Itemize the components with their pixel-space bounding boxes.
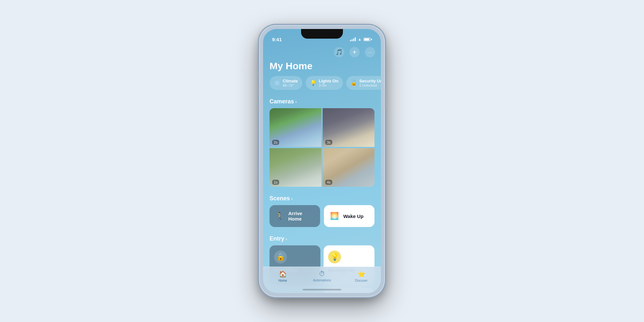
climate-label: Climate [283, 79, 298, 83]
status-icons: ▲ [350, 37, 372, 42]
status-time: 9:41 [272, 37, 282, 42]
camera-cell-3[interactable]: 1s [270, 148, 321, 187]
home-tab-icon: 🏠 [279, 270, 287, 278]
phone-frame: 9:41 ▲ [259, 25, 385, 297]
camera-cell-1[interactable]: 2s [270, 108, 321, 147]
tab-automations[interactable]: ⏱ Automations [302, 270, 342, 282]
cameras-chevron-icon: › [295, 99, 297, 104]
volume-down-button[interactable] [258, 99, 259, 111]
volume-up-button[interactable] [258, 83, 259, 95]
wake-up-icon: 🌅 [328, 210, 340, 222]
discover-tab-icon: ⭐ [357, 270, 365, 278]
camera-cell-4[interactable]: 4s [323, 148, 374, 187]
tab-discover[interactable]: ⭐ Discover [342, 270, 381, 282]
front-door-icon: 🔒 [274, 251, 287, 263]
sconces-icon: 💡 [328, 251, 341, 263]
scenes-section-header[interactable]: Scenes › [263, 193, 381, 205]
climate-sub: 68–72° [283, 83, 298, 87]
voice-button[interactable]: 🎵 [334, 47, 344, 57]
battery-icon [364, 38, 372, 41]
climate-pill[interactable]: ❄️ Climate 68–72° [270, 76, 302, 90]
signal-bar-4 [355, 37, 356, 41]
arrive-home-card[interactable]: 🚶 Arrive Home [270, 205, 320, 227]
power-button[interactable] [385, 90, 386, 109]
signal-bar-1 [350, 40, 351, 41]
lights-icon: 💡 [310, 80, 317, 86]
cameras-section-header[interactable]: Cameras › [263, 96, 381, 108]
signal-bars-icon [350, 37, 356, 41]
lights-pill[interactable]: 💡 Lights On 3 On [306, 76, 343, 90]
wake-up-label: Wake Up [343, 213, 364, 219]
automations-tab-label: Automations [313, 279, 331, 282]
security-label: Security Unlocked [359, 79, 381, 83]
camera-grid: 2s 3s 1s 4s [270, 108, 374, 187]
camera-time-3: 1s [272, 180, 279, 185]
tab-home[interactable]: 🏠 Home [263, 270, 302, 282]
signal-bar-2 [352, 39, 353, 41]
battery-fill [364, 38, 369, 41]
category-pills: ❄️ Climate 68–72° 💡 Lights On 3 On 🔓 [263, 76, 381, 96]
scenes-label: Scenes [270, 195, 290, 202]
lights-sub: 3 On [319, 83, 338, 87]
security-icon: 🔓 [351, 80, 357, 86]
ellipsis-icon: ··· [368, 50, 373, 55]
scenes-chevron-icon: › [291, 196, 293, 201]
arrive-home-label: Arrive Home [288, 211, 316, 222]
automations-tab-icon: ⏱ [319, 270, 325, 278]
discover-tab-label: Discover [355, 279, 368, 282]
camera-time-4: 4s [325, 180, 332, 185]
security-pill[interactable]: 🔓 Security Unlocked 1 Unlocked [346, 76, 381, 90]
notch [301, 29, 343, 39]
climate-icon: ❄️ [274, 80, 280, 86]
page-title: My Home [263, 59, 381, 76]
scenes-row: 🚶 Arrive Home 🌅 Wake Up [263, 205, 381, 233]
entry-label: Entry [270, 235, 284, 242]
battery-body [364, 38, 371, 41]
waveform-icon: 🎵 [336, 49, 343, 56]
wake-up-card[interactable]: 🌅 Wake Up [324, 205, 374, 227]
arrive-home-icon: 🚶 [274, 210, 285, 222]
add-button[interactable]: + [349, 47, 360, 57]
camera-time-2: 3s [325, 140, 332, 145]
security-sub: 1 Unlocked [359, 83, 381, 87]
cameras-label: Cameras [270, 98, 294, 105]
more-button[interactable]: ··· [365, 47, 375, 57]
camera-cell-2[interactable]: 3s [323, 108, 374, 147]
silent-button[interactable] [258, 70, 259, 78]
toolbar: 🎵 + ··· [263, 45, 381, 59]
screen-content[interactable]: 🎵 + ··· My Home ❄️ Climate 68–72° [263, 45, 381, 293]
lights-label: Lights On [319, 79, 338, 83]
plus-icon: + [353, 49, 356, 56]
home-indicator [303, 289, 341, 290]
signal-bar-3 [353, 38, 354, 41]
phone-screen: 9:41 ▲ [263, 29, 381, 293]
home-tab-label: Home [279, 279, 287, 282]
battery-tip [371, 39, 372, 40]
entry-section-header[interactable]: Entry › [263, 233, 381, 245]
camera-time-1: 2s [272, 140, 279, 145]
wifi-icon: ▲ [358, 37, 362, 42]
entry-chevron-icon: › [286, 236, 287, 242]
